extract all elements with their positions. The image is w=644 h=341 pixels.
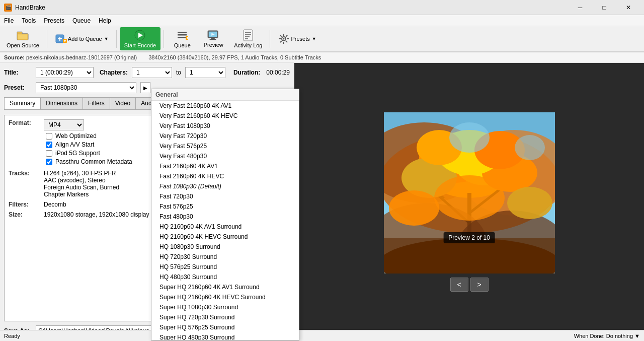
toolbar-separator-3 bbox=[164, 30, 164, 48]
size-row: Size: 1920x1080 storage, 1920x1080 displ… bbox=[9, 211, 285, 218]
tab-subtitles[interactable]: Subtitles bbox=[162, 97, 196, 109]
track-4: Chapter Markers bbox=[44, 191, 119, 198]
titlebar-left: 🎬 HandBrake bbox=[4, 4, 45, 12]
source-info: 3840x2160 (3840x2160), 29.97 FPS, 1 Audi… bbox=[148, 54, 321, 60]
tabs: Summary Dimensions Filters Video Audio S… bbox=[4, 97, 290, 110]
format-value-area: MP4 Web Optimized Align A/V Start iPod 5… bbox=[44, 119, 132, 167]
preview-tooltip: Preview 2 of 10 bbox=[443, 232, 495, 243]
svg-point-55 bbox=[449, 122, 490, 153]
duration-label: Duration: bbox=[233, 69, 260, 76]
svg-rect-1 bbox=[17, 32, 22, 34]
filters-row: Filters: Decomb bbox=[9, 201, 285, 208]
angle-label: Chapters: bbox=[100, 69, 128, 76]
when-done-area: When Done: Do nothing ▼ bbox=[574, 333, 640, 339]
main-content: Title: 1 (00:00:29) Chapters: 1 to 1 Dur… bbox=[0, 63, 644, 340]
chapter-from-select[interactable]: 1 bbox=[132, 67, 172, 78]
title-row: Title: 1 (00:00:29) Chapters: 1 to 1 Dur… bbox=[4, 67, 290, 78]
ipod-label: iPod 5G Support bbox=[55, 150, 100, 157]
title-select[interactable]: 1 (00:00:29) bbox=[36, 67, 94, 78]
left-panel: Title: 1 (00:00:29) Chapters: 1 to 1 Dur… bbox=[0, 63, 294, 340]
tab-filters[interactable]: Filters bbox=[83, 97, 110, 109]
preview-controls: < > bbox=[450, 278, 489, 292]
ipod-checkbox[interactable] bbox=[46, 150, 52, 157]
web-optimized-checkbox[interactable] bbox=[46, 133, 52, 140]
align-av-label: Align A/V Start bbox=[55, 141, 94, 148]
svg-point-62 bbox=[434, 175, 505, 221]
activity-log-button[interactable]: Activity Log bbox=[229, 27, 267, 50]
menu-queue[interactable]: Queue bbox=[68, 16, 95, 25]
preview-tooltip-text: Preview 2 of 10 bbox=[448, 234, 490, 241]
minimize-button[interactable]: ─ bbox=[569, 0, 592, 15]
preset-expand-button[interactable]: ▶ bbox=[140, 82, 150, 93]
svg-line-36 bbox=[280, 41, 282, 42]
preview-image: Preview 2 of 10 bbox=[384, 112, 555, 274]
tracks-values: H.264 (x264), 30 FPS PFR AAC (avcodec), … bbox=[44, 170, 119, 198]
maximize-button[interactable]: □ bbox=[593, 0, 616, 15]
menu-file[interactable]: File bbox=[0, 16, 18, 25]
close-button[interactable]: ✕ bbox=[617, 0, 640, 15]
title-field-label: Title: bbox=[4, 69, 32, 76]
align-av-checkbox[interactable] bbox=[46, 142, 52, 148]
preview-next-button[interactable]: > bbox=[470, 278, 489, 292]
format-label: Format: bbox=[9, 119, 44, 167]
align-av-row: Align A/V Start bbox=[44, 141, 132, 148]
svg-rect-11 bbox=[178, 32, 187, 33]
add-to-queue-button[interactable]: Add to Queue ▼ bbox=[50, 27, 113, 50]
web-optimized-row: Web Optimized bbox=[44, 132, 132, 140]
track-3: Foreign Audio Scan, Burned bbox=[44, 184, 119, 191]
when-done-label: When Done: bbox=[574, 333, 606, 339]
preview-button[interactable]: Preview bbox=[198, 27, 228, 50]
queue-icon bbox=[176, 29, 188, 41]
svg-line-35 bbox=[286, 35, 288, 37]
open-source-icon bbox=[17, 29, 29, 41]
preview-prev-button[interactable]: < bbox=[450, 278, 468, 292]
preset-select[interactable]: Fast 1080p30 bbox=[36, 82, 136, 93]
start-encode-button[interactable]: Start Encode bbox=[120, 27, 161, 50]
tab-audio[interactable]: Audio bbox=[135, 97, 162, 109]
preset-bar: Preset: Fast 1080p30 ▶ bbox=[4, 82, 290, 93]
presets-label: Presets bbox=[291, 36, 309, 42]
toolbar-separator-2 bbox=[116, 30, 117, 48]
titlebar-controls: ─ □ ✕ bbox=[569, 0, 640, 15]
queue-button[interactable]: Queue bbox=[167, 27, 197, 50]
svg-line-33 bbox=[280, 35, 282, 37]
svg-rect-2 bbox=[18, 34, 28, 39]
menu-help[interactable]: Help bbox=[95, 16, 115, 25]
tab-video[interactable]: Video bbox=[110, 97, 136, 109]
toolbar: Open Source Add to Queue ▼ Start Encod bbox=[0, 26, 644, 52]
svg-point-60 bbox=[389, 190, 439, 226]
queue-label: Queue bbox=[174, 42, 191, 48]
menu-presets[interactable]: Presets bbox=[40, 16, 68, 25]
open-source-button[interactable]: Open Source bbox=[2, 27, 44, 50]
add-to-queue-arrow[interactable]: ▼ bbox=[104, 36, 109, 41]
svg-point-61 bbox=[507, 187, 552, 219]
format-row: Format: MP4 Web Optimized Align A/V Star… bbox=[9, 119, 285, 167]
track-2: AAC (avcodec), Stereo bbox=[44, 177, 119, 184]
chapter-to-select[interactable]: 1 bbox=[185, 67, 225, 78]
svg-point-56 bbox=[515, 135, 545, 160]
filters-value: Decomb bbox=[44, 201, 66, 208]
format-select[interactable]: MP4 bbox=[44, 119, 84, 130]
passthru-checkbox[interactable] bbox=[46, 159, 52, 165]
source-filename: pexels-nikolaus-bednarz-19012697 (Origin… bbox=[26, 54, 137, 60]
source-label: Source: bbox=[4, 54, 25, 60]
when-done-arrow: ▼ bbox=[634, 333, 640, 339]
start-encode-icon bbox=[134, 29, 146, 41]
activity-log-icon bbox=[242, 29, 254, 41]
when-done-value[interactable]: Do nothing bbox=[606, 333, 633, 339]
tracks-label: Tracks: bbox=[9, 170, 44, 198]
right-panel: Preview 2 of 10 < > bbox=[294, 63, 644, 340]
menu-tools[interactable]: Tools bbox=[18, 16, 40, 25]
add-to-queue-icon bbox=[55, 33, 67, 45]
start-encode-label: Start Encode bbox=[124, 42, 156, 48]
track-1: H.264 (x264), 30 FPS PFR bbox=[44, 170, 119, 177]
open-source-label: Open Source bbox=[7, 42, 39, 48]
preset-label: Preset: bbox=[4, 84, 32, 91]
size-value: 1920x1080 storage, 1920x1080 display bbox=[44, 211, 149, 218]
preview-icon bbox=[207, 30, 219, 41]
tab-dimensions[interactable]: Dimensions bbox=[40, 97, 83, 109]
presets-button[interactable]: Presets ▼ bbox=[273, 27, 320, 50]
titlebar: 🎬 HandBrake ─ □ ✕ bbox=[0, 0, 644, 15]
tab-summary[interactable]: Summary bbox=[4, 97, 41, 109]
app-icon: 🎬 bbox=[4, 4, 12, 12]
